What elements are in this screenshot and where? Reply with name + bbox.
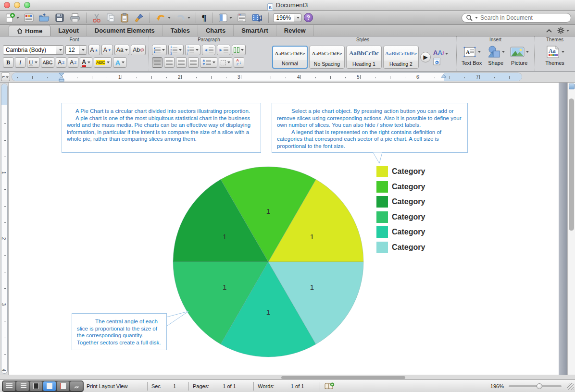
legend-item[interactable]: Category <box>376 181 425 193</box>
tab-review[interactable]: Review <box>276 25 314 36</box>
font-size-dropdown[interactable] <box>79 46 87 54</box>
bullets-button[interactable] <box>152 45 167 55</box>
insert-text-box-button[interactable]: A Text Box <box>462 45 482 66</box>
show-formatting-marks-button[interactable]: ¶ <box>200 12 208 24</box>
collapse-ribbon-icon[interactable] <box>546 28 552 33</box>
vertical-scrollbar[interactable] <box>567 83 575 375</box>
themes-button[interactable]: Aa Themes <box>545 45 564 66</box>
align-right-button[interactable] <box>176 57 187 68</box>
pages-value[interactable]: 1 of 1 <box>223 383 250 389</box>
legend-item[interactable]: Category <box>376 196 425 208</box>
cut-button[interactable] <box>91 12 102 24</box>
subscript-button[interactable]: A2 <box>68 57 78 68</box>
font-name-dropdown[interactable] <box>56 46 63 54</box>
strikethrough-button[interactable]: ABC <box>41 57 55 68</box>
borders-button[interactable] <box>219 57 232 68</box>
multilevel-list-button[interactable]: 1ai <box>185 45 200 55</box>
draft-view-button[interactable] <box>3 381 15 391</box>
split-view-handle[interactable] <box>569 84 575 89</box>
superscript-button[interactable]: A2 <box>56 57 66 68</box>
zoom-value[interactable]: 196% <box>273 13 294 22</box>
tab-charts[interactable]: Charts <box>198 25 234 36</box>
horizontal-scrollbar[interactable] <box>0 375 575 380</box>
callout-pie-chart-definition[interactable]: A Pie Chart is a circular chart divided … <box>62 103 261 153</box>
paste-button[interactable] <box>119 12 130 24</box>
insert-picture-button[interactable]: Picture <box>510 45 529 66</box>
font-size-combo[interactable]: 12 <box>65 45 87 55</box>
words-value[interactable]: 1 of 1 <box>291 383 316 389</box>
new-document-dropdown[interactable] <box>16 17 19 19</box>
legend-item[interactable]: Category <box>376 242 425 253</box>
numbering-button[interactable]: 123 <box>168 45 184 55</box>
tab-smartart[interactable]: SmartArt <box>234 25 276 36</box>
elements-gallery-button[interactable] <box>23 12 35 24</box>
bold-button[interactable]: B <box>3 57 13 68</box>
styles-pane-button[interactable]: ¶ <box>433 58 448 65</box>
tab-tables[interactable]: Tables <box>163 25 198 36</box>
columns-button[interactable] <box>232 45 246 55</box>
font-name-combo[interactable]: Cambria (Body) <box>3 45 64 55</box>
increase-indent-button[interactable]: ► <box>217 45 230 55</box>
horizontal-scroll-thumb[interactable] <box>281 376 405 379</box>
text-effects-button[interactable]: A <box>113 57 126 68</box>
search-field[interactable] <box>462 13 571 23</box>
pie-chart[interactable]: 111111 <box>172 166 364 358</box>
insert-shape-button[interactable]: Shape <box>487 45 505 66</box>
style-heading-1[interactable]: AaBbCcDc Heading 1 <box>346 46 382 69</box>
search-scope-dropdown[interactable] <box>475 17 478 19</box>
outline-view-button[interactable] <box>16 381 29 391</box>
tab-layout[interactable]: Layout <box>50 25 87 36</box>
style-heading-2[interactable]: AaBbCcDdEe Heading 2 <box>383 46 419 69</box>
undo-button[interactable] <box>154 12 172 24</box>
underline-button[interactable]: U <box>27 57 39 68</box>
toolbox-button[interactable] <box>236 12 248 24</box>
align-left-button[interactable] <box>152 57 162 68</box>
zoom-dropdown[interactable] <box>294 13 301 22</box>
zoom-slider[interactable] <box>509 385 562 387</box>
grow-font-button[interactable]: A▲ <box>88 45 100 55</box>
document-page[interactable]: 111111 CategoryCategoryCategoryCategoryC… <box>9 83 559 375</box>
legend-item[interactable]: Category <box>376 166 425 177</box>
open-button[interactable] <box>38 12 51 24</box>
style-normal[interactable]: AaBbCcDdEe Normal <box>272 46 308 69</box>
redo-button[interactable] <box>174 12 191 24</box>
publishing-layout-view-button[interactable] <box>30 381 42 391</box>
spelling-status-button[interactable] <box>324 382 335 390</box>
tab-home[interactable]: Home <box>9 25 50 36</box>
callout-central-angle[interactable]: The central angle of each slice is propo… <box>72 313 167 350</box>
new-document-button[interactable] <box>4 12 20 24</box>
ribbon-settings-button[interactable] <box>557 27 569 34</box>
legend-item[interactable]: Category <box>376 226 425 238</box>
undo-dropdown[interactable] <box>168 17 171 19</box>
change-case-button[interactable]: Aa <box>114 45 129 55</box>
highlight-button[interactable]: ABC <box>94 57 112 68</box>
save-button[interactable] <box>53 12 66 24</box>
tab-document-elements[interactable]: Document Elements <box>87 25 163 36</box>
focus-view-button[interactable] <box>70 381 83 391</box>
copy-button[interactable] <box>105 12 116 24</box>
right-indent-marker[interactable] <box>440 74 447 78</box>
sidebar-dropdown[interactable] <box>229 17 232 19</box>
print-layout-view-button[interactable] <box>43 381 56 391</box>
line-spacing-button[interactable]: ▲▼ <box>200 57 217 68</box>
tab-stop-selector[interactable]: ⌐ <box>1 73 10 81</box>
style-no-spacing[interactable]: AaBbCcDdEe No Spacing <box>309 46 345 69</box>
decrease-indent-button[interactable]: ◄ <box>202 45 215 55</box>
help-button[interactable]: ? <box>304 13 313 22</box>
more-styles-button[interactable]: ▶ <box>420 52 431 62</box>
format-painter-button[interactable] <box>133 12 145 24</box>
change-styles-button[interactable]: AA⤴ <box>433 49 448 56</box>
vertical-scroll-thumb[interactable] <box>569 98 574 231</box>
media-browser-button[interactable] <box>250 12 264 24</box>
justify-button[interactable] <box>188 57 199 68</box>
callout-select-pie-object[interactable]: Select a pie chart object. By pressing a… <box>272 103 468 153</box>
font-color-button[interactable]: A <box>80 57 92 68</box>
search-input[interactable] <box>479 14 567 22</box>
sort-button[interactable]: AZ↓ <box>234 57 244 68</box>
notebook-layout-view-button[interactable] <box>57 381 69 391</box>
legend-item[interactable]: Category <box>376 211 425 223</box>
italic-button[interactable]: I <box>15 57 25 68</box>
zoom-slider-thumb[interactable] <box>537 383 542 389</box>
horizontal-ruler[interactable]: ⌐ 1234567 <box>0 72 575 83</box>
window-resize-grip[interactable] <box>567 383 574 390</box>
